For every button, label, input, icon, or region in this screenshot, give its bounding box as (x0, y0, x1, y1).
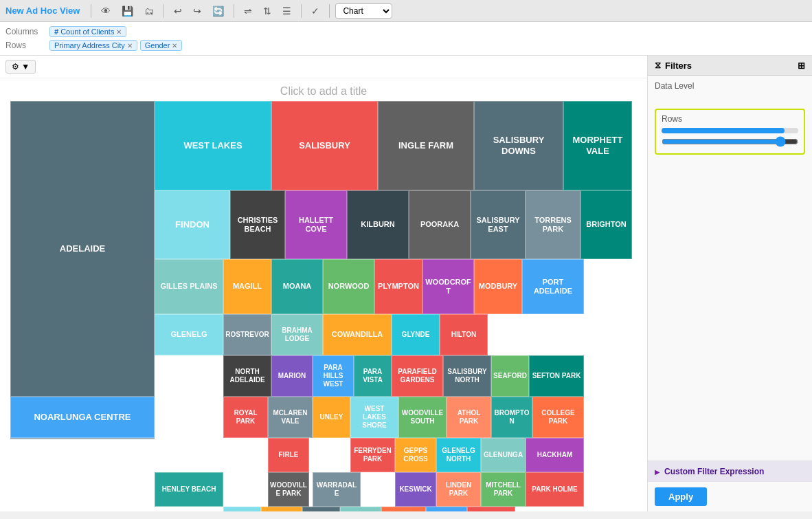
treemap-tile[interactable]: ROSTREVOR (223, 314, 271, 355)
treemap-tile[interactable]: BRIGHTON (580, 190, 632, 259)
treemap-tile[interactable]: MODBURY (474, 259, 522, 314)
treemap-tile[interactable]: WEST LAKES SHORE (350, 397, 398, 438)
treemap-tile[interactable]: WOODVILLE PARK (268, 472, 309, 507)
treemap-tile[interactable]: PARK HOLME (526, 472, 584, 507)
treemap-tile[interactable]: HALLETT COVE (285, 190, 347, 259)
treemap-tile[interactable]: PARA HILLS WEST (313, 355, 354, 397)
treemap-tile[interactable]: MCLAREN VALE (268, 397, 313, 438)
treemap-tile[interactable]: CHRISTIES BEACH (230, 190, 285, 259)
gender-remove[interactable]: ✕ (172, 42, 177, 49)
chart-type-select[interactable]: Chart Table Crosstab (335, 3, 392, 19)
rows-label: Rows (5, 41, 47, 50)
filter-icon: ⧖ (655, 60, 661, 71)
treemap-tile[interactable]: BRAHMA LODGE (271, 314, 323, 355)
view-button[interactable]: 👁 (97, 3, 115, 19)
primary-address-city-chip[interactable]: Primary Address City ✕ (49, 40, 137, 51)
treemap-tile[interactable]: GLENUNGA (481, 438, 526, 472)
treemap-tile[interactable]: PARAFIELD GARDENS (392, 355, 443, 397)
treemap-tile[interactable]: WARRADALE (313, 472, 361, 507)
treemap-tile[interactable]: MARION (271, 355, 313, 397)
hash-icon: # (54, 27, 58, 36)
treemap-tile[interactable]: GLYNDE (392, 314, 440, 355)
treemap-tile[interactable]: INGLE FARM (378, 101, 474, 190)
treemap-tile[interactable]: MILE END (302, 507, 340, 511)
treemap-tile[interactable]: NORTH ADELAIDE (223, 355, 271, 397)
columns-label: Columns (5, 27, 47, 36)
save-as-button[interactable]: 🗂 (140, 3, 158, 19)
chart-title[interactable]: Click to add a title (0, 78, 647, 101)
treemap-tile[interactable]: WELLAND (340, 507, 381, 511)
count-of-clients-remove[interactable]: ✕ (116, 28, 122, 36)
treemap-tile[interactable]: KESWICK (395, 472, 436, 507)
treemap-tile[interactable]: LINDEN PARK (436, 472, 481, 507)
toolbar-sep-3 (301, 4, 302, 18)
treemap-tile[interactable]: FIRLE (268, 438, 309, 472)
treemap-tile[interactable]: FERRYDEN PARK (350, 438, 395, 472)
toolbar-sep-1 (163, 4, 164, 18)
treemap-tile[interactable]: UNLEY (313, 397, 350, 438)
gear-button[interactable]: ⚙ ▼ (5, 60, 36, 74)
treemap-tile[interactable]: NORWOOD (323, 259, 374, 314)
treemap-tile[interactable]: STEPNEY (426, 507, 467, 511)
treemap-tile[interactable]: ROYAL PARK (223, 397, 268, 438)
treemap-tile[interactable]: PARA VISTA (354, 355, 392, 397)
treemap-tile[interactable]: TRANMERE (467, 507, 515, 511)
treemap-tile[interactable]: POORAKA (409, 190, 471, 259)
count-of-clients-chip[interactable]: # Count of Clients ✕ (49, 26, 126, 37)
treemap-tile[interactable]: MAGILL (223, 259, 271, 314)
treemap-tile[interactable]: COWANDILLA (323, 314, 392, 355)
custom-filter-header[interactable]: ▶ Custom Filter Expression (648, 461, 812, 482)
treemap-tile[interactable]: GLENELG NORTH (436, 438, 481, 472)
treemap-tile[interactable]: SALISBURY DOWNS (474, 101, 563, 190)
treemap-tile[interactable]: MAWSON LAKES (10, 438, 155, 439)
primary-address-city-remove[interactable]: ✕ (127, 42, 133, 49)
treemap-tile[interactable]: TORRENS PARK (526, 190, 580, 259)
treemap-tile[interactable]: COLLEGE PARK (532, 397, 584, 438)
treemap-tile[interactable]: HENLEY BEACH (155, 472, 223, 507)
treemap-tile[interactable]: SEAFORD (491, 355, 529, 397)
rows-slider[interactable] (662, 136, 798, 147)
treemap-tile[interactable]: GLENELG (155, 314, 223, 355)
redo-button[interactable]: ↪ (189, 3, 205, 19)
treemap-tile[interactable]: REYNELLA (381, 507, 426, 511)
gender-chip[interactable]: Gender ✕ (140, 40, 183, 51)
treemap-tile[interactable]: GEPPS CROSS (395, 438, 436, 472)
apply-button[interactable]: Apply (655, 487, 707, 506)
treemap-tile[interactable]: KILBURN (347, 190, 409, 259)
switch-view-button[interactable]: ⇌ (240, 3, 256, 19)
treemap-tile[interactable]: SALISBURY (271, 101, 378, 190)
treemap-tile[interactable]: NOARLUNGA CENTRE (10, 397, 155, 438)
treemap-tile[interactable]: PORT ADELAIDE (522, 259, 584, 314)
treemap-tile[interactable]: SALISBURY NORTH (443, 355, 491, 397)
rows-slider-fill (662, 128, 785, 133)
treemap-tile[interactable]: FINDON (155, 190, 230, 259)
save-button[interactable]: 💾 (117, 3, 137, 19)
refresh-button[interactable]: 🔄 (208, 3, 228, 19)
treemap-tile[interactable]: WOODCROFT (422, 259, 474, 314)
treemap-tile[interactable]: ADELAIDE (10, 101, 155, 397)
sidebar-expand-icon[interactable]: ⊞ (798, 60, 805, 71)
gender-label: Gender (145, 41, 170, 49)
treemap-tile[interactable]: ABERFOYLE PARK (261, 507, 302, 511)
treemap-tile[interactable]: WOODVILLE SOUTH (398, 397, 447, 438)
treemap-tile[interactable]: ATHOL PARK (447, 397, 491, 438)
treemap-tile[interactable]: SEFTON PARK (529, 355, 584, 397)
sort-button[interactable]: ⇅ (259, 3, 275, 19)
treemap-tile[interactable]: MORPHETT VALE (563, 101, 632, 190)
treemap-tile[interactable]: MITCHELL PARK (481, 472, 526, 507)
treemap-tile[interactable]: MOANA (271, 259, 323, 314)
undo-button[interactable]: ↩ (170, 3, 186, 19)
treemap-tile[interactable]: PLYMPTON (374, 259, 422, 314)
check-button[interactable]: ✓ (307, 3, 324, 19)
treemap-tile[interactable]: SALISBURY EAST (471, 190, 526, 259)
treemap-tile[interactable]: BROMPTON (491, 397, 532, 438)
toolbar-sep-2 (234, 4, 234, 18)
treemap-tile[interactable]: GLENSIDE (223, 507, 261, 511)
app-title: New Ad Hoc View (5, 5, 80, 16)
treemap-tile[interactable]: GILLES PLAINS (155, 259, 223, 314)
treemap-tile[interactable]: WEST LAKES (155, 101, 271, 190)
treemap-tile[interactable]: HILTON (440, 314, 488, 355)
treemap-tile[interactable]: HACKHAM (526, 438, 584, 472)
format-button[interactable]: ☰ (278, 3, 295, 19)
toolbar-sep-4 (329, 4, 330, 18)
